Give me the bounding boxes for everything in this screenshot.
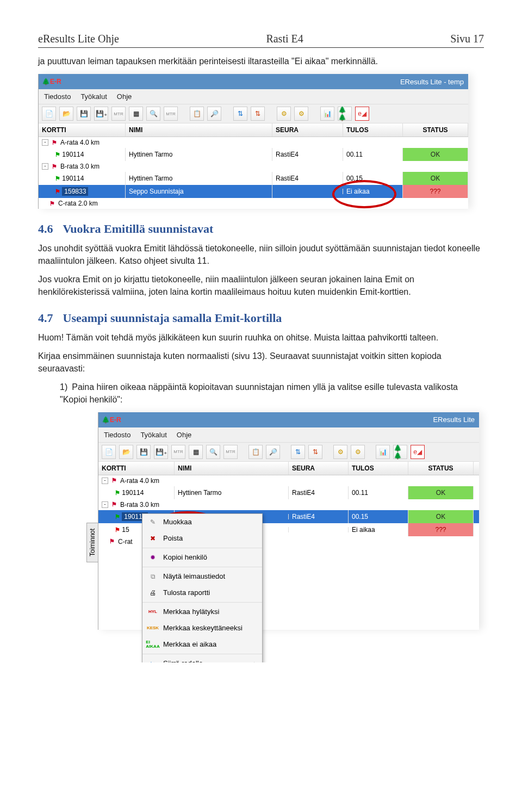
toolbar-mtr-icon[interactable]: MTR [171, 445, 185, 459]
ctx-copy-person[interactable]: ✹ Kopioi henkilö [142, 549, 262, 566]
runner-emit-icon: ⚑ [115, 513, 120, 520]
toolbar-emit-icon[interactable]: e◢ [411, 445, 425, 459]
app-logo-icon: 🌲E-R [102, 416, 121, 424]
delete-icon: ✖ [148, 534, 158, 543]
actions-side-tab[interactable]: Toiminnot [86, 523, 98, 562]
heading-4-7: 4.7Useampi suunnistaja samalla Emit-kort… [38, 311, 484, 325]
expander-icon[interactable]: - [42, 139, 48, 146]
runner-row-1[interactable]: ⚑ 190114 Hyttinen Tarmo RastiE4 00.11 OK [39, 148, 468, 161]
toolbar-gear-icon[interactable]: ⚙ [277, 107, 291, 121]
toolbar-sort1-icon[interactable]: ⇅ [233, 107, 247, 121]
p-47-1: Huom! Tämän voit tehdä myös jälkikäteen … [38, 332, 484, 344]
expander-icon[interactable]: - [102, 501, 108, 508]
toolbar-save-icon[interactable]: 💾 [136, 445, 151, 459]
screenshot-1: 🌲E-R EResults Lite - temp Tiedosto Työka… [38, 74, 468, 209]
toolbar-gear2-icon[interactable]: ⚙ [294, 107, 308, 121]
col-status[interactable]: STATUS [403, 123, 468, 137]
ctx-edit[interactable]: ✎ Muokkaa [142, 514, 262, 530]
toolbar-sort1-icon[interactable]: ⇅ [291, 445, 305, 459]
toolbar-save-icon[interactable]: 💾 [77, 107, 91, 121]
toolbar-new-icon[interactable]: 📄 [42, 107, 56, 121]
move-icon: ↪ [148, 659, 158, 662]
menu-tools[interactable]: Työkalut [80, 92, 107, 101]
runner-row-2[interactable]: ⚑ 190114 Hyttinen Tarmo RastiE4 00.15 OK [39, 172, 468, 185]
class-flag-icon: ⚑ [109, 538, 115, 545]
p-46-1: Jos unohdit syöttää vuokra Emitit lähdös… [38, 243, 484, 267]
header-center: Rasti E4 [266, 33, 303, 45]
toolbar-sort2-icon[interactable]: ⇅ [308, 445, 322, 459]
toolbar-mtr2-icon[interactable]: MTR [164, 107, 178, 121]
class-row-c[interactable]: ⚑ C-rata 2.0 km [39, 198, 468, 209]
class-flag-icon: ⚑ [52, 139, 57, 146]
ctx-move-class[interactable]: ↪ Siirrä radalle ▸ [142, 655, 262, 662]
menu-help[interactable]: Ohje [117, 92, 132, 101]
toolbar-new-icon[interactable]: 📄 [102, 445, 116, 459]
app-logo-icon: 🌲E-R [42, 78, 61, 85]
menu-help[interactable]: Ohje [177, 431, 191, 439]
menu-tools[interactable]: Työkalut [140, 431, 166, 439]
toolbar-open-icon[interactable]: 📂 [119, 445, 133, 459]
ctx-mark-dnf[interactable]: KESK Merkkaa keskeyttäneeksi [142, 620, 262, 636]
toolbar-save-db-icon[interactable]: 💾₊ [94, 107, 108, 121]
window-title-1: EResults Lite - temp [400, 78, 464, 86]
expander-icon[interactable]: - [42, 163, 48, 170]
expander-icon[interactable]: - [102, 478, 108, 484]
header-left: eResults Lite Ohje [38, 33, 119, 45]
toolbar-grid-icon[interactable]: ▦ [189, 445, 203, 459]
ctx-mark-dsq[interactable]: HYL Merkkaa hylätyksi [142, 604, 262, 620]
toolbar-mtr2-icon[interactable]: MTR [223, 445, 238, 459]
runner-row-a1[interactable]: ⚑ 190114 Hyttinen Tarmo RastiE4 00.11 OK [98, 486, 479, 499]
class-row-b2[interactable]: - ⚑ B-rata 3.0 km [98, 499, 479, 510]
status-badge-error: ??? [408, 523, 474, 536]
col-kortti[interactable]: KORTTI [39, 123, 126, 137]
col-status[interactable]: STATUS [408, 462, 474, 475]
menu-file[interactable]: Tiedosto [104, 431, 130, 439]
runner-emit-icon: ⚑ [55, 175, 60, 182]
col-kortti[interactable]: KORTTI [98, 462, 175, 475]
col-nimi[interactable]: NIMI [126, 123, 272, 137]
toolbar-trees-icon[interactable]: 🌲🌲 [393, 445, 407, 459]
col-tulos[interactable]: TULOS [343, 123, 403, 137]
toolbar-save-db-icon[interactable]: 💾₊ [154, 445, 168, 459]
toolbar-chart-icon[interactable]: 📊 [320, 107, 334, 121]
toolbar-chart-icon[interactable]: 📊 [376, 445, 390, 459]
toolbar-list-icon[interactable]: 📋 [248, 445, 263, 459]
class-flag-icon: ⚑ [52, 163, 57, 170]
toolbar-open-icon[interactable]: 📂 [59, 107, 73, 121]
menu-file[interactable]: Tiedosto [44, 92, 71, 101]
status-badge-ok: OK [403, 148, 468, 161]
kesk-icon: KESK [148, 623, 158, 633]
copy-person-icon: ✹ [148, 553, 158, 562]
toolbar-emit-icon[interactable]: e◢ [355, 107, 369, 121]
toolbar-trees-icon[interactable]: 🌲🌲 [338, 107, 352, 121]
submenu-arrow-icon: ▸ [254, 659, 258, 662]
toolbar-gear-icon[interactable]: ⚙ [333, 445, 347, 459]
toolbar-list-icon[interactable]: 📋 [190, 107, 204, 121]
class-flag-icon: ⚑ [111, 477, 117, 484]
class-row-b[interactable]: - ⚑ B-rata 3.0 km [39, 161, 468, 172]
runner-row-3-selected[interactable]: ⚑ 159833 Seppo Suunnistaja Ei aikaa ??? [39, 185, 468, 198]
ctx-show-punches[interactable]: ⧉ Näytä leimaustiedot [142, 568, 262, 585]
col-seura[interactable]: SEURA [272, 123, 343, 137]
runner-emit-err-icon: ⚑ [115, 526, 120, 533]
class-row-a[interactable]: - ⚑ A-rata 4.0 km [39, 137, 468, 148]
toolbar-grid-icon[interactable]: ▦ [129, 107, 143, 121]
toolbar-sort2-icon[interactable]: ⇅ [251, 107, 265, 121]
table-body-2: - ⚑ A-rata 4.0 km ⚑ 190114 Hyttinen Tarm… [98, 475, 479, 547]
toolbar-find-icon[interactable]: 🔍 [146, 107, 160, 121]
col-tulos[interactable]: TULOS [349, 462, 408, 475]
screenshot-2: 🌲E-R EResults Lite Tiedosto Työkalut Ohj… [98, 412, 479, 630]
ctx-delete[interactable]: ✖ Poista [142, 530, 262, 547]
status-badge-ok: OK [403, 172, 468, 185]
ctx-mark-notime[interactable]: EIAIKAA Merkkaa ei aikaa [142, 636, 262, 653]
class-row-a2[interactable]: - ⚑ A-rata 4.0 km [98, 475, 479, 486]
toolbar-search-icon[interactable]: 🔎 [207, 107, 221, 121]
ctx-print-report[interactable]: 🖨 Tulosta raportti [142, 585, 262, 601]
toolbar-find-icon[interactable]: 🔍 [206, 445, 220, 459]
col-seura[interactable]: SEURA [289, 462, 349, 475]
toolbar-mtr-icon[interactable]: MTR [111, 107, 126, 121]
runner-emit-err-icon: ⚑ [55, 188, 60, 195]
toolbar-search-icon[interactable]: 🔎 [266, 445, 280, 459]
toolbar-gear2-icon[interactable]: ⚙ [351, 445, 365, 459]
col-nimi[interactable]: NIMI [175, 462, 289, 475]
